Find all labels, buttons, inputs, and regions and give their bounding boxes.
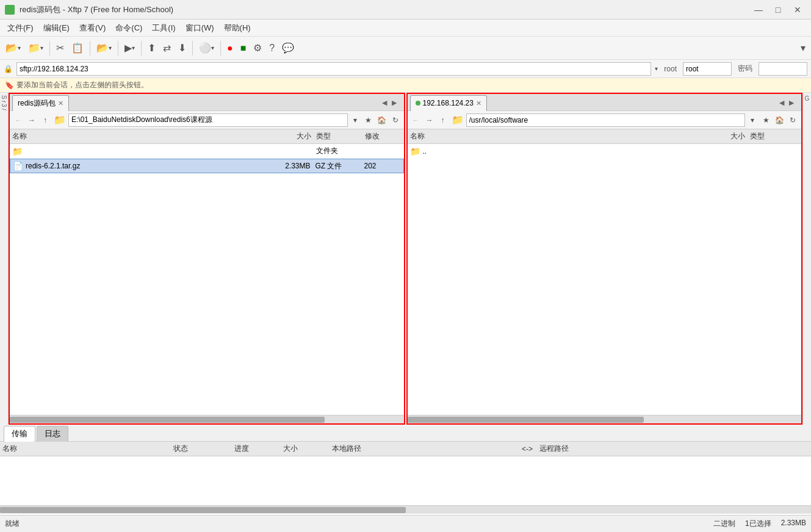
tc-progress: 进度 <box>234 444 283 454</box>
left-tab-next[interactable]: ▶ <box>389 97 399 109</box>
window-title: redis源码包 - Xftp 7 (Free for Home/School) <box>20 4 750 15</box>
right-tab-label: 192.168.124.23 <box>423 99 474 107</box>
tc-remotepath: 远程路径 <box>539 444 809 454</box>
menu-file[interactable]: 文件(F) <box>2 21 38 35</box>
conn-dropdown-btn[interactable]: ▾ <box>655 65 658 72</box>
transfer-area: 名称 状态 进度 大小 本地路径 <-> 远程路径 <box>0 442 811 515</box>
menu-edit[interactable]: 编辑(E) <box>38 21 74 35</box>
password-input[interactable] <box>759 62 807 76</box>
right-file-list: 📁 .. <box>408 144 802 415</box>
left-nav-forward[interactable]: → <box>26 113 38 127</box>
tb-transfer[interactable]: ⇄ <box>160 40 174 57</box>
maximize-button[interactable]: □ <box>770 2 787 17</box>
left-file-item-folder[interactable]: 📁 文件夹 <box>10 144 404 159</box>
menu-tools[interactable]: 工具(I) <box>147 21 180 35</box>
tb-upload[interactable]: ⬆ <box>145 40 159 57</box>
menu-view[interactable]: 查看(V) <box>74 21 110 35</box>
left-path-input[interactable] <box>68 113 348 127</box>
left-tab-prev[interactable]: ◀ <box>380 97 389 109</box>
side-nav: S r 3 / <box>0 93 9 425</box>
left-panel: redis源码包 ✕ ◀ ▶ ← → ↑ 📁 ▾ ★ 🏠 ↻ <box>9 93 405 425</box>
right-nav-forward[interactable]: → <box>424 113 436 127</box>
right-col-type: 类型 <box>750 131 799 142</box>
left-scrollbar-h[interactable] <box>10 415 404 423</box>
status-size: 2.33MB <box>781 519 806 529</box>
tip-text: 要添加当前会话，点击左侧的箭头按钮。 <box>16 80 148 90</box>
right-nav-bookmark[interactable]: ★ <box>760 113 772 127</box>
status-mode: 二进制 <box>713 519 735 529</box>
connection-bar: 🔒 ▾ root 密码 <box>0 60 811 78</box>
tc-name: 名称 <box>2 444 173 454</box>
left-panel-nav: ← → ↑ 📁 ▾ ★ 🏠 ↻ <box>10 111 404 129</box>
tb-red-circle[interactable]: ● <box>224 40 236 57</box>
tb-copy[interactable]: 📋 <box>68 40 87 57</box>
right-panel: 192.168.124.23 ✕ ◀ ▶ ← → ↑ 📁 ▾ ★ 🏠 ↻ <box>406 93 803 425</box>
left-folder-home[interactable]: 🏠 <box>376 113 388 127</box>
transfer-cols: 名称 状态 进度 大小 本地路径 <-> 远程路径 <box>0 442 811 456</box>
right-tab-prev[interactable]: ◀ <box>777 97 787 109</box>
right-path-dropdown[interactable]: ▾ <box>746 113 759 127</box>
right-folder-home[interactable]: 🏠 <box>773 113 785 127</box>
menu-bar: 文件(F) 编辑(E) 查看(V) 命令(C) 工具(I) 窗口(W) 帮助(H… <box>0 20 811 37</box>
left-nav-back[interactable]: ← <box>12 113 24 127</box>
connection-dot <box>416 101 420 106</box>
tb-download[interactable]: ⬇ <box>175 40 189 57</box>
right-scrollbar-h[interactable] <box>408 415 802 423</box>
left-panel-cols: 名称 大小 类型 修改 <box>10 129 404 144</box>
tb-circle[interactable]: ⚪▾ <box>196 40 217 57</box>
tb-folder[interactable]: 📂▾ <box>93 40 115 57</box>
left-col-date: 修改 <box>365 131 402 142</box>
bottom-tabs: 传输 日志 <box>0 425 811 442</box>
left-panel-tab[interactable]: redis源码包 ✕ <box>12 95 69 111</box>
menu-window[interactable]: 窗口(W) <box>181 21 219 35</box>
tb-chat[interactable]: 💬 <box>279 40 297 57</box>
transfer-scrollbar-h[interactable] <box>0 505 811 514</box>
status-selected: 1已选择 <box>745 519 771 529</box>
left-tab-close[interactable]: ✕ <box>58 99 63 107</box>
menu-help[interactable]: 帮助(H) <box>219 21 256 35</box>
tb-open[interactable]: 📁▾ <box>25 40 46 57</box>
tb-green-square[interactable]: ■ <box>237 40 250 57</box>
right-path-input[interactable] <box>466 113 746 127</box>
left-file-item-redis[interactable]: 📄 redis-6.2.1.tar.gz 2.33MB GZ 文件 202 <box>10 159 404 173</box>
connection-url-input[interactable] <box>16 62 651 76</box>
tb-new-session[interactable]: 📂▾ <box>2 40 24 57</box>
minimize-button[interactable]: — <box>750 2 767 17</box>
right-folder-up-icon: 📁 <box>410 146 420 156</box>
right-panel-cols: 名称 大小 类型 <box>408 129 802 144</box>
tab-transfer[interactable]: 传输 <box>4 426 35 442</box>
right-tab-next[interactable]: ▶ <box>787 97 796 109</box>
left-col-name: 名称 <box>12 131 267 142</box>
title-controls: — □ ✕ <box>750 2 806 17</box>
tc-size: 大小 <box>283 444 332 454</box>
tb-help[interactable]: ? <box>266 40 278 57</box>
tb-settings[interactable]: ⚙ <box>250 40 265 57</box>
title-bar: redis源码包 - Xftp 7 (Free for Home/School)… <box>0 0 811 20</box>
tb-cut[interactable]: ✂ <box>53 40 67 57</box>
tb-play[interactable]: ▶▾ <box>121 40 138 57</box>
tab-log[interactable]: 日志 <box>37 426 68 442</box>
menu-command[interactable]: 命令(C) <box>110 21 147 35</box>
lock-icon: 🔒 <box>4 65 13 73</box>
status-ready: 就绪 <box>5 519 701 529</box>
left-nav-up[interactable]: ↑ <box>39 113 51 127</box>
right-nav-up[interactable]: ↑ <box>437 113 449 127</box>
tb-dropdown-right[interactable]: ▾ <box>798 40 809 57</box>
user-label: root <box>661 65 679 73</box>
tc-status: 状态 <box>173 444 234 454</box>
tip-icon: 🔖 <box>5 81 14 90</box>
right-nav-refresh[interactable]: ↻ <box>787 113 799 127</box>
tc-localpath: 本地路径 <box>332 444 515 454</box>
left-nav-bookmark[interactable]: ★ <box>362 113 375 127</box>
left-col-type: 类型 <box>316 131 365 142</box>
right-nav-back[interactable]: ← <box>410 113 422 127</box>
close-button[interactable]: ✕ <box>789 2 806 17</box>
right-panel-tab[interactable]: 192.168.124.23 ✕ <box>410 95 487 111</box>
left-path-dropdown[interactable]: ▾ <box>349 113 361 127</box>
right-tab-close[interactable]: ✕ <box>476 99 481 107</box>
username-input[interactable] <box>683 62 732 76</box>
right-col-size: 大小 <box>701 131 750 142</box>
left-nav-refresh[interactable]: ↻ <box>389 113 402 127</box>
right-folder-icon: 📁 <box>452 114 464 126</box>
right-file-item-parent[interactable]: 📁 .. <box>408 144 802 159</box>
